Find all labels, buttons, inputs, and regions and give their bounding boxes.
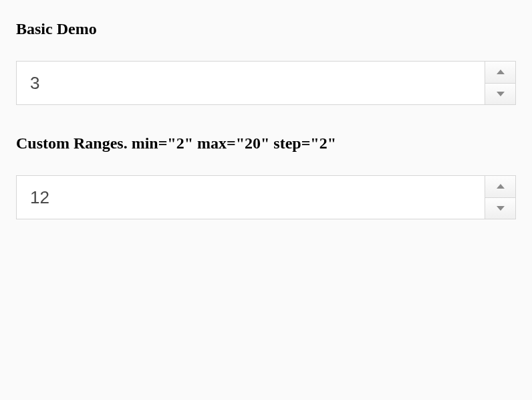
basic-spinner-input[interactable] <box>17 62 485 104</box>
basic-spinner-up-button[interactable] <box>485 62 515 84</box>
custom-spinner-buttons <box>485 176 515 219</box>
chevron-down-icon <box>497 92 505 96</box>
basic-spinner-buttons <box>485 62 515 104</box>
basic-spinner-down-button[interactable] <box>485 84 515 105</box>
basic-spinner <box>16 61 516 105</box>
basic-demo-title: Basic Demo <box>16 20 516 38</box>
chevron-up-icon <box>497 184 505 189</box>
custom-spinner-down-button[interactable] <box>485 198 515 219</box>
custom-ranges-title: Custom Ranges. min="2" max="20" step="2" <box>16 134 516 153</box>
custom-spinner <box>16 175 516 219</box>
custom-spinner-input[interactable] <box>17 176 485 219</box>
chevron-down-icon <box>497 206 505 211</box>
custom-spinner-up-button[interactable] <box>485 176 515 198</box>
chevron-up-icon <box>497 70 505 74</box>
